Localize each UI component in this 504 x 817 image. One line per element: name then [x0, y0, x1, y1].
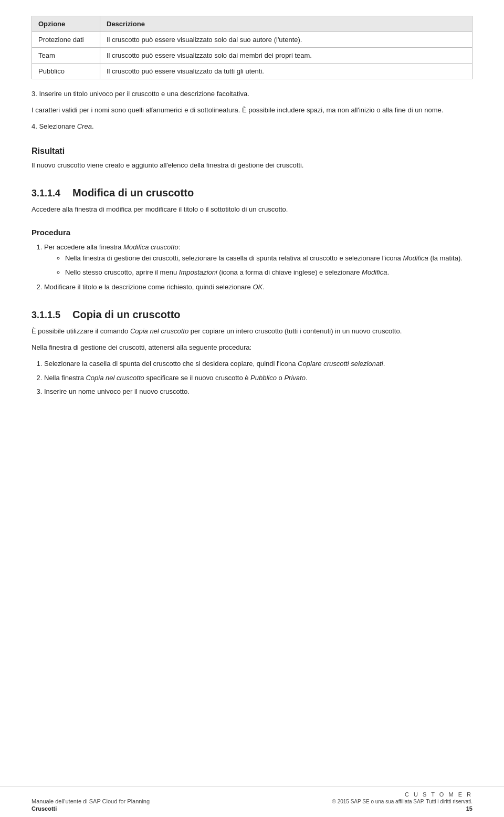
copia-nel-cruscotto-italic: Copia nel cruscotto — [86, 374, 144, 382]
step4-period: . — [92, 122, 94, 130]
section-3114-number: 3.1.1.4 — [32, 188, 63, 199]
option-cell: Pubblico — [32, 64, 100, 79]
page-content: Opzione Descrizione Protezione dati Il c… — [0, 0, 504, 445]
body-para-4: 4. Selezionare Crea. — [32, 121, 472, 132]
section-3115-para2: Nella finestra di gestione dei cruscotti… — [32, 342, 472, 353]
intro-after: per copiare un intero cruscotto (tutti i… — [188, 327, 402, 335]
bullet2-text: Nello stesso cruscotto, aprire il menu — [65, 268, 179, 276]
footer-right: C U S T O M E R © 2015 SAP SE o una sua … — [332, 791, 472, 812]
bullet1-after: (la matita). — [428, 254, 463, 262]
risultati-text: Il nuovo cruscotto viene creato e aggiun… — [32, 160, 472, 171]
ok-italic: OK — [253, 283, 262, 291]
section-3114-title: Modifica di un cruscotto — [72, 187, 194, 199]
footer-copyright: © 2015 SAP SE o una sua affiliata SAP. T… — [332, 799, 472, 804]
procedura-item-2: Modificare il titolo e la descrizione co… — [44, 282, 472, 293]
step1-after: . — [383, 360, 385, 368]
crea-italic: Crea — [77, 122, 92, 130]
section-3115-heading: 3.1.1.5 Copia di un cruscotto — [32, 309, 472, 321]
step2-text: Nella finestra — [44, 374, 86, 382]
footer-doc-title: Manuale dell'utente di SAP Cloud for Pla… — [32, 798, 150, 804]
footer-left: Manuale dell'utente di SAP Cloud for Pla… — [32, 798, 150, 812]
col-header-opzione: Opzione — [32, 16, 100, 32]
impostazioni-italic: Impostazioni — [179, 268, 217, 276]
description-cell: Il cruscotto può essere visualizzato sol… — [100, 48, 472, 64]
risultati-heading: Risultati — [32, 146, 472, 156]
procedura-list: Per accedere alla finestra Modifica crus… — [44, 242, 472, 293]
section-3115-title: Copia di un cruscotto — [72, 309, 181, 321]
section-3115-number: 3.1.1.5 — [32, 310, 63, 321]
copia-steps-list: Selezionare la casella di spunta del cru… — [44, 359, 472, 397]
option-cell: Protezione dati — [32, 32, 100, 48]
step1-text: Selezionare la casella di spunta del cru… — [44, 360, 298, 368]
intro-text: È possibile utilizzare il comando — [32, 327, 130, 335]
col-header-descrizione: Descrizione — [100, 16, 472, 32]
bullet2-mid: (icona a forma di chiave inglese) e sele… — [217, 268, 362, 276]
modifica-cruscotto-italic: Modifica cruscotto — [123, 243, 178, 251]
step2-o: o — [277, 374, 284, 382]
step2-after: . — [306, 374, 308, 382]
options-table: Opzione Descrizione Protezione dati Il c… — [32, 16, 472, 79]
item2-text: Modificare il titolo e la descrizione co… — [44, 283, 253, 291]
copia-cruscotto-italic: Copia nel cruscotto — [130, 327, 188, 335]
copiare-italic: Copiare cruscotti selezionati — [298, 360, 383, 368]
item2-after: . — [262, 283, 265, 291]
description-cell: Il cruscotto può essere visualizzato sol… — [100, 32, 472, 48]
copia-step-2: Nella finestra Copia nel cruscotto speci… — [44, 373, 472, 384]
privato-italic: Privato — [284, 374, 305, 382]
body-para-3: 3. Inserire un titolo univoco per il cru… — [32, 89, 472, 100]
step2-mid: specificare se il nuovo cruscotto è — [144, 374, 250, 382]
procedura-item-1: Per accedere alla finestra Modifica crus… — [44, 242, 472, 278]
modifica-italic: Modifica — [403, 254, 428, 262]
per-accedere-text: Per accedere alla finestra — [44, 243, 123, 251]
bullet-list: Nella finestra di gestione dei cruscotti… — [65, 253, 472, 278]
pubblico-italic: Pubblico — [250, 374, 277, 382]
copia-step-3: Inserire un nome univoco per il nuovo cr… — [44, 386, 472, 397]
bullet2-after: . — [387, 268, 389, 276]
bullet-item-1: Nella finestra di gestione dei cruscotti… — [65, 253, 472, 264]
procedura-heading: Procedura — [32, 228, 472, 237]
table-row: Protezione dati Il cruscotto può essere … — [32, 32, 472, 48]
body-para-chars: I caratteri validi per i nomi sono quell… — [32, 105, 472, 116]
modifica-italic2: Modifica — [362, 268, 387, 276]
section-3114-intro: Accedere alla finestra di modifica per m… — [32, 204, 472, 215]
step4-text: 4. Selezionare — [32, 122, 77, 130]
copia-step-1: Selezionare la casella di spunta del cru… — [44, 359, 472, 370]
option-cell: Team — [32, 48, 100, 64]
footer-customer-label: C U S T O M E R — [405, 791, 472, 798]
table-row: Team Il cruscotto può essere visualizzat… — [32, 48, 472, 64]
footer-page-number: 15 — [466, 805, 472, 812]
bullet1-text: Nella finestra di gestione dei cruscotti… — [65, 254, 403, 262]
section-3115-intro: È possibile utilizzare il comando Copia … — [32, 326, 472, 337]
colon: : — [178, 243, 181, 251]
bullet-item-2: Nello stesso cruscotto, aprire il menu I… — [65, 267, 472, 278]
description-cell: Il cruscotto può essere visualizzato da … — [100, 64, 472, 79]
page-footer: Manuale dell'utente di SAP Cloud for Pla… — [0, 787, 504, 817]
section-3114-heading: 3.1.1.4 Modifica di un cruscotto — [32, 187, 472, 199]
footer-doc-subtitle: Cruscotti — [32, 805, 150, 812]
table-row: Pubblico Il cruscotto può essere visuali… — [32, 64, 472, 79]
